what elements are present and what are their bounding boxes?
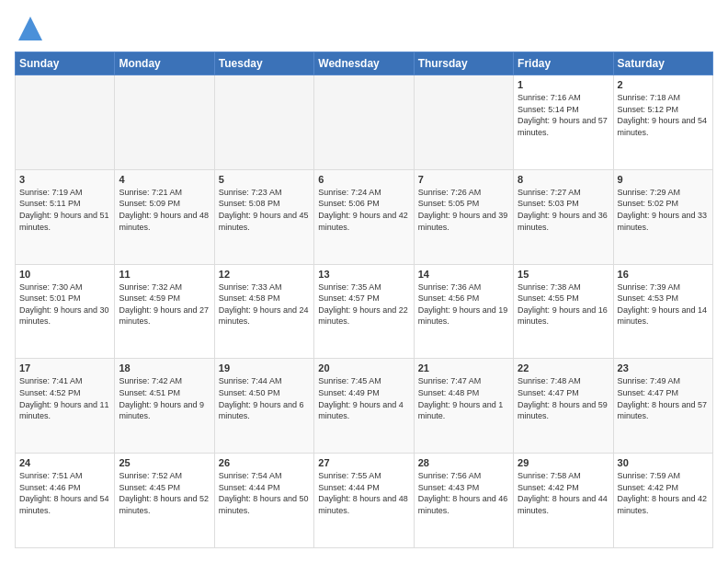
calendar-cell: 23Sunrise: 7:49 AM Sunset: 4:47 PM Dayli…	[613, 359, 712, 454]
calendar-cell	[214, 75, 313, 170]
header-day-thursday: Thursday	[414, 52, 513, 75]
calendar-cell: 28Sunrise: 7:56 AM Sunset: 4:43 PM Dayli…	[414, 454, 513, 548]
day-info: Sunrise: 7:23 AM Sunset: 5:08 PM Dayligh…	[219, 187, 310, 233]
day-number: 15	[518, 269, 609, 280]
day-number: 4	[119, 174, 210, 185]
day-info: Sunrise: 7:54 AM Sunset: 4:44 PM Dayligh…	[219, 470, 310, 516]
day-info: Sunrise: 7:29 AM Sunset: 5:02 PM Dayligh…	[618, 187, 709, 233]
calendar-cell: 3Sunrise: 7:19 AM Sunset: 5:11 PM Daylig…	[16, 169, 115, 264]
logo-icon	[17, 15, 44, 42]
day-info: Sunrise: 7:32 AM Sunset: 4:59 PM Dayligh…	[119, 282, 210, 327]
day-number: 1	[518, 79, 609, 90]
calendar-cell: 15Sunrise: 7:38 AM Sunset: 4:55 PM Dayli…	[514, 264, 613, 359]
calendar-cell: 29Sunrise: 7:58 AM Sunset: 4:42 PM Dayli…	[514, 454, 613, 548]
day-number: 21	[418, 362, 509, 373]
header-day-sunday: Sunday	[16, 52, 115, 75]
calendar-cell: 26Sunrise: 7:54 AM Sunset: 4:44 PM Dayli…	[214, 454, 313, 548]
calendar-cell: 1Sunrise: 7:16 AM Sunset: 5:14 PM Daylig…	[514, 75, 613, 170]
calendar-cell	[314, 75, 414, 170]
day-info: Sunrise: 7:24 AM Sunset: 5:06 PM Dayligh…	[318, 187, 409, 233]
day-number: 25	[119, 457, 210, 468]
calendar-cell: 2Sunrise: 7:18 AM Sunset: 5:12 PM Daylig…	[613, 75, 712, 170]
calendar-cell: 12Sunrise: 7:33 AM Sunset: 4:58 PM Dayli…	[214, 264, 313, 359]
day-number: 16	[618, 269, 709, 280]
calendar-week-2: 3Sunrise: 7:19 AM Sunset: 5:11 PM Daylig…	[16, 169, 713, 264]
calendar-cell: 10Sunrise: 7:30 AM Sunset: 5:01 PM Dayli…	[16, 264, 115, 359]
day-info: Sunrise: 7:39 AM Sunset: 4:53 PM Dayligh…	[618, 282, 709, 327]
calendar-cell: 7Sunrise: 7:26 AM Sunset: 5:05 PM Daylig…	[414, 169, 513, 264]
day-info: Sunrise: 7:35 AM Sunset: 4:57 PM Dayligh…	[318, 282, 409, 327]
calendar-cell: 20Sunrise: 7:45 AM Sunset: 4:49 PM Dayli…	[314, 359, 414, 454]
day-info: Sunrise: 7:41 AM Sunset: 4:52 PM Dayligh…	[19, 375, 110, 421]
day-info: Sunrise: 7:36 AM Sunset: 4:56 PM Dayligh…	[418, 282, 509, 327]
calendar-cell: 17Sunrise: 7:41 AM Sunset: 4:52 PM Dayli…	[16, 359, 115, 454]
day-number: 29	[518, 457, 609, 468]
day-info: Sunrise: 7:45 AM Sunset: 4:49 PM Dayligh…	[318, 375, 409, 421]
day-number: 13	[318, 269, 409, 280]
day-number: 11	[119, 269, 210, 280]
day-number: 10	[19, 269, 110, 280]
day-info: Sunrise: 7:16 AM Sunset: 5:14 PM Dayligh…	[518, 92, 609, 138]
day-info: Sunrise: 7:21 AM Sunset: 5:09 PM Dayligh…	[119, 187, 210, 233]
day-info: Sunrise: 7:30 AM Sunset: 5:01 PM Dayligh…	[19, 282, 110, 327]
calendar-table: SundayMondayTuesdayWednesdayThursdayFrid…	[15, 52, 713, 548]
header-day-monday: Monday	[115, 52, 214, 75]
calendar-cell: 24Sunrise: 7:51 AM Sunset: 4:46 PM Dayli…	[16, 454, 115, 548]
day-info: Sunrise: 7:49 AM Sunset: 4:47 PM Dayligh…	[618, 375, 709, 421]
header-day-wednesday: Wednesday	[314, 52, 414, 75]
calendar-cell: 30Sunrise: 7:59 AM Sunset: 4:42 PM Dayli…	[613, 454, 712, 548]
calendar-week-1: 1Sunrise: 7:16 AM Sunset: 5:14 PM Daylig…	[16, 75, 713, 170]
day-info: Sunrise: 7:19 AM Sunset: 5:11 PM Dayligh…	[19, 187, 110, 233]
calendar-cell: 16Sunrise: 7:39 AM Sunset: 4:53 PM Dayli…	[613, 264, 712, 359]
day-info: Sunrise: 7:59 AM Sunset: 4:42 PM Dayligh…	[618, 470, 709, 516]
calendar-cell	[16, 75, 115, 170]
calendar-week-4: 17Sunrise: 7:41 AM Sunset: 4:52 PM Dayli…	[16, 359, 713, 454]
calendar-week-5: 24Sunrise: 7:51 AM Sunset: 4:46 PM Dayli…	[16, 454, 713, 548]
day-number: 5	[219, 174, 310, 185]
day-info: Sunrise: 7:48 AM Sunset: 4:47 PM Dayligh…	[518, 375, 609, 421]
day-number: 2	[618, 79, 709, 90]
day-info: Sunrise: 7:55 AM Sunset: 4:44 PM Dayligh…	[318, 470, 409, 516]
calendar-cell: 14Sunrise: 7:36 AM Sunset: 4:56 PM Dayli…	[414, 264, 513, 359]
calendar-header-row: SundayMondayTuesdayWednesdayThursdayFrid…	[16, 52, 713, 75]
calendar-cell	[115, 75, 214, 170]
page: SundayMondayTuesdayWednesdayThursdayFrid…	[0, 0, 728, 563]
day-info: Sunrise: 7:27 AM Sunset: 5:03 PM Dayligh…	[518, 187, 609, 233]
calendar-cell: 9Sunrise: 7:29 AM Sunset: 5:02 PM Daylig…	[613, 169, 712, 264]
header	[15, 15, 713, 42]
header-day-tuesday: Tuesday	[214, 52, 313, 75]
day-number: 18	[119, 362, 210, 373]
day-info: Sunrise: 7:18 AM Sunset: 5:12 PM Dayligh…	[618, 92, 709, 138]
day-number: 12	[219, 269, 310, 280]
header-day-saturday: Saturday	[613, 52, 712, 75]
calendar-cell: 19Sunrise: 7:44 AM Sunset: 4:50 PM Dayli…	[214, 359, 313, 454]
header-day-friday: Friday	[514, 52, 613, 75]
day-info: Sunrise: 7:58 AM Sunset: 4:42 PM Dayligh…	[518, 470, 609, 516]
day-number: 6	[318, 174, 409, 185]
svg-marker-0	[18, 17, 42, 40]
day-number: 28	[418, 457, 509, 468]
calendar-cell: 18Sunrise: 7:42 AM Sunset: 4:51 PM Dayli…	[115, 359, 214, 454]
calendar-cell: 5Sunrise: 7:23 AM Sunset: 5:08 PM Daylig…	[214, 169, 313, 264]
day-number: 14	[418, 269, 509, 280]
day-info: Sunrise: 7:47 AM Sunset: 4:48 PM Dayligh…	[418, 375, 509, 421]
day-number: 19	[219, 362, 310, 373]
day-info: Sunrise: 7:42 AM Sunset: 4:51 PM Dayligh…	[119, 375, 210, 421]
calendar-cell: 21Sunrise: 7:47 AM Sunset: 4:48 PM Dayli…	[414, 359, 513, 454]
logo	[15, 15, 44, 42]
day-info: Sunrise: 7:38 AM Sunset: 4:55 PM Dayligh…	[518, 282, 609, 327]
calendar-week-3: 10Sunrise: 7:30 AM Sunset: 5:01 PM Dayli…	[16, 264, 713, 359]
day-number: 30	[618, 457, 709, 468]
day-number: 20	[318, 362, 409, 373]
day-info: Sunrise: 7:33 AM Sunset: 4:58 PM Dayligh…	[219, 282, 310, 327]
calendar-cell	[414, 75, 513, 170]
day-info: Sunrise: 7:52 AM Sunset: 4:45 PM Dayligh…	[119, 470, 210, 516]
day-number: 27	[318, 457, 409, 468]
day-number: 24	[19, 457, 110, 468]
calendar-cell: 6Sunrise: 7:24 AM Sunset: 5:06 PM Daylig…	[314, 169, 414, 264]
calendar-cell: 22Sunrise: 7:48 AM Sunset: 4:47 PM Dayli…	[514, 359, 613, 454]
day-number: 8	[518, 174, 609, 185]
calendar-body: 1Sunrise: 7:16 AM Sunset: 5:14 PM Daylig…	[16, 75, 713, 548]
day-number: 26	[219, 457, 310, 468]
day-number: 9	[618, 174, 709, 185]
